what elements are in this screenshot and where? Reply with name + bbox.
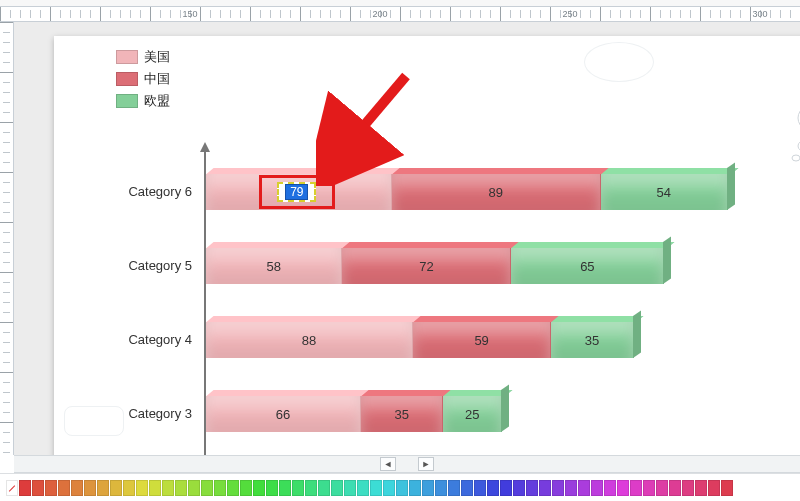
horizontal-ruler: 150200250300 [0,6,800,22]
horizontal-scrollbar[interactable]: ◄ ► [14,455,800,473]
scroll-left-button[interactable]: ◄ [380,457,396,471]
palette-color[interactable] [396,480,408,496]
palette-color[interactable] [695,480,707,496]
legend-label: 美国 [144,48,170,66]
palette-color[interactable] [292,480,304,496]
palette-color[interactable] [331,480,343,496]
legend-swatch [116,50,138,64]
palette-color[interactable] [435,480,447,496]
bar-segment[interactable]: 35 [551,322,633,358]
value-edit-value[interactable]: 79 [285,184,308,200]
palette-color[interactable] [448,480,460,496]
palette-color[interactable] [149,480,161,496]
faint-shape [64,406,124,436]
palette-color[interactable] [591,480,603,496]
palette-color[interactable] [643,480,655,496]
palette-color[interactable] [513,480,525,496]
palette-color[interactable] [578,480,590,496]
palette-color[interactable] [279,480,291,496]
palette-color[interactable] [565,480,577,496]
bar-row[interactable]: 587265 [206,248,664,284]
bar-value-label: 88 [302,333,316,348]
bar-segment[interactable]: 54 [601,174,728,210]
palette-color[interactable] [240,480,252,496]
palette-color[interactable] [123,480,135,496]
legend-swatch [116,72,138,86]
palette-color[interactable] [253,480,265,496]
palette-color[interactable] [474,480,486,496]
palette-color[interactable] [71,480,83,496]
palette-color[interactable] [45,480,57,496]
bar-value-label: 72 [419,259,433,274]
palette-color[interactable] [539,480,551,496]
palette-color[interactable] [357,480,369,496]
bar-segment[interactable]: 65 [511,248,664,284]
palette-color[interactable] [305,480,317,496]
bar-row[interactable]: 885935 [206,322,634,358]
value-edit-highlight[interactable]: 79 [259,175,335,209]
color-palette[interactable] [0,473,800,501]
palette-color[interactable] [487,480,499,496]
palette-color[interactable] [32,480,44,496]
palette-color[interactable] [669,480,681,496]
bar-segment[interactable]: 25 [443,396,502,432]
palette-color[interactable] [721,480,733,496]
legend-label: 欧盟 [144,92,170,110]
palette-color[interactable] [383,480,395,496]
bar-segment[interactable]: 88 [206,322,413,358]
palette-color[interactable] [500,480,512,496]
bar-segment[interactable]: 66 [206,396,361,432]
palette-color[interactable] [370,480,382,496]
canvas-area[interactable]: 美国中国欧盟 Ed to 8954587265885935663525 [14,22,800,455]
drawing-page[interactable]: 美国中国欧盟 Ed to 8954587265885935663525 [54,36,800,455]
bar-segment[interactable]: 72 [342,248,511,284]
palette-color[interactable] [526,480,538,496]
palette-color[interactable] [19,480,31,496]
value-edit-field[interactable]: 79 [277,182,316,202]
bar-row[interactable]: 663525 [206,396,502,432]
bar-value-label: 65 [580,259,594,274]
legend-swatch [116,94,138,108]
bar-value-label: 59 [474,333,488,348]
palette-color[interactable] [266,480,278,496]
palette-nocolor[interactable] [6,480,18,496]
palette-color[interactable] [656,480,668,496]
bar-segment[interactable]: 35 [361,396,443,432]
palette-color[interactable] [201,480,213,496]
scroll-right-button[interactable]: ► [418,457,434,471]
palette-color[interactable] [604,480,616,496]
legend: 美国中国欧盟 [116,46,170,112]
palette-color[interactable] [682,480,694,496]
bar-value-label: 66 [276,407,290,422]
stacked-bar-chart[interactable]: 8954587265885935663525 79 Category 6Cate… [204,156,800,455]
bar-segment[interactable]: 59 [413,322,552,358]
palette-color[interactable] [630,480,642,496]
palette-color[interactable] [175,480,187,496]
bar-value-label: 35 [585,333,599,348]
bar-value-label: 58 [266,259,280,274]
palette-color[interactable] [162,480,174,496]
palette-color[interactable] [318,480,330,496]
legend-item: 欧盟 [116,90,170,112]
category-label: Category 6 [128,184,204,199]
palette-color[interactable] [552,480,564,496]
category-label: Category 4 [128,332,204,347]
category-label: Category 5 [128,258,204,273]
palette-color[interactable] [58,480,70,496]
palette-color[interactable] [188,480,200,496]
palette-color[interactable] [84,480,96,496]
palette-color[interactable] [617,480,629,496]
palette-color[interactable] [422,480,434,496]
palette-color[interactable] [97,480,109,496]
palette-color[interactable] [214,480,226,496]
palette-color[interactable] [708,480,720,496]
bar-segment[interactable]: 58 [206,248,342,284]
palette-color[interactable] [461,480,473,496]
palette-color[interactable] [136,480,148,496]
palette-color[interactable] [110,480,122,496]
bar-segment[interactable]: 89 [392,174,601,210]
palette-color[interactable] [344,480,356,496]
palette-color[interactable] [409,480,421,496]
palette-color[interactable] [227,480,239,496]
bar-value-label: 35 [394,407,408,422]
